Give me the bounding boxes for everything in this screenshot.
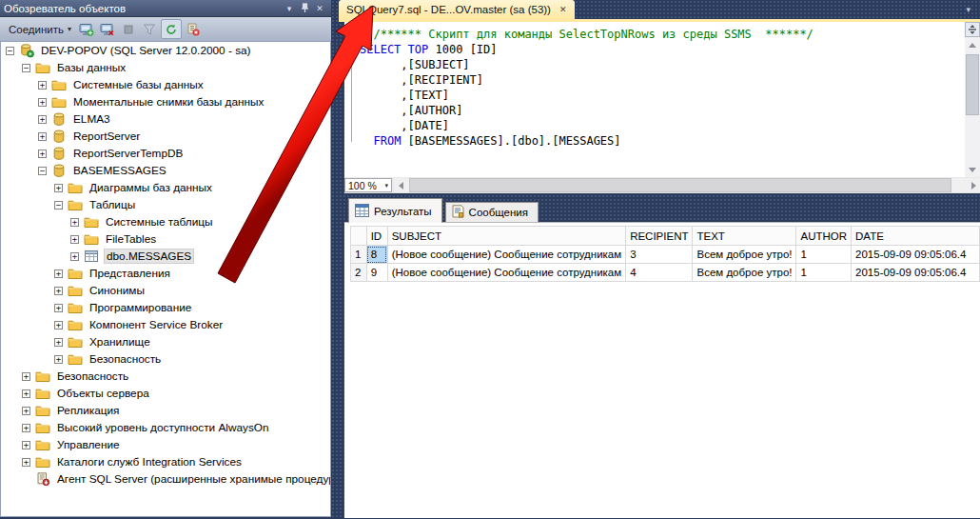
tree-expander-icon[interactable]: + bbox=[38, 98, 47, 107]
grid-cell[interactable]: 1 bbox=[796, 246, 852, 264]
tree-expander-icon[interactable]: + bbox=[70, 252, 79, 261]
tree-item[interactable]: +ELMA3 bbox=[1, 110, 330, 128]
grid-cell[interactable]: 8 bbox=[366, 246, 387, 264]
tree-item[interactable]: +Высокий уровень доступности AlwaysOn bbox=[1, 419, 330, 436]
tree-expander-icon[interactable]: + bbox=[54, 338, 63, 347]
tree-expander-icon[interactable]: + bbox=[38, 150, 47, 158]
scroll-down-icon[interactable] bbox=[965, 164, 980, 175]
tree-item[interactable]: +FileTables bbox=[1, 230, 330, 248]
pin-icon[interactable] bbox=[297, 2, 312, 15]
tree-expander-icon[interactable]: + bbox=[54, 269, 63, 278]
tree-item[interactable]: +dbo.MESSAGES bbox=[1, 248, 330, 265]
results-tab-results[interactable]: Результаты bbox=[348, 198, 442, 223]
grid-column-header[interactable]: TEXT bbox=[693, 227, 796, 246]
tree-item[interactable]: −Базы данных bbox=[1, 59, 330, 76]
tree-item[interactable]: +Компонент Service Broker bbox=[1, 316, 330, 333]
tree-item[interactable]: +Представления bbox=[1, 265, 330, 282]
editor-horizontal-scrollbar[interactable] bbox=[394, 178, 980, 192]
code-collapse-icon[interactable]: − bbox=[347, 46, 356, 54]
grid-cell[interactable]: (Новое сообщение) Сообщение сотрудникам bbox=[387, 264, 625, 282]
folder-icon bbox=[68, 351, 83, 367]
tree-item[interactable]: +Хранилище bbox=[1, 333, 330, 350]
grid-column-header[interactable] bbox=[351, 227, 367, 246]
tree-expander-icon[interactable]: + bbox=[54, 355, 63, 364]
grid-cell[interactable]: 2015-09-09 09:05:06.4 bbox=[852, 246, 980, 264]
tree-expander-icon[interactable]: + bbox=[22, 372, 30, 381]
tree-item[interactable]: +Системные таблицы bbox=[1, 213, 330, 230]
object-explorer-tree: −DEV-POPOV (SQL Server 12.0.2000 - sa)−Б… bbox=[0, 41, 331, 517]
grid-cell[interactable]: 4 bbox=[626, 264, 693, 282]
tab-overflow-icon[interactable]: ▾ bbox=[966, 5, 970, 14]
tree-item[interactable]: +Объекты сервера bbox=[1, 385, 330, 402]
grid-row-header[interactable]: 2 bbox=[351, 264, 367, 282]
tree-item[interactable]: −Таблицы bbox=[1, 196, 330, 213]
tree-expander-icon[interactable]: + bbox=[70, 235, 79, 244]
grid-cell[interactable]: 9 bbox=[366, 264, 387, 282]
results-grid[interactable]: IDSUBJECTRECIPIENTTEXTAUTHORDATE18(Новое… bbox=[350, 226, 980, 282]
grid-row-header[interactable]: 1 bbox=[351, 246, 367, 264]
tree-item[interactable]: +Безопасность bbox=[1, 368, 330, 385]
tree-item[interactable]: +ReportServerTempDB bbox=[1, 145, 330, 162]
tree-item[interactable]: +Синонимы bbox=[1, 282, 330, 299]
tree-expander-icon[interactable]: + bbox=[38, 115, 47, 124]
editor-splitter-handle[interactable] bbox=[965, 22, 980, 37]
grid-cell[interactable]: (Новое сообщение) Сообщение сотрудникам bbox=[387, 246, 625, 264]
editor-vertical-scrollbar[interactable] bbox=[965, 22, 980, 177]
scroll-up-icon[interactable] bbox=[965, 39, 980, 50]
tree-item[interactable]: +Управление bbox=[1, 436, 330, 453]
grid-cell[interactable]: Всем доброе утро! bbox=[693, 246, 796, 264]
tree-expander-icon[interactable]: + bbox=[22, 389, 30, 398]
close-icon[interactable]: ✕ bbox=[312, 2, 327, 15]
grid-column-header[interactable]: RECIPIENT bbox=[626, 227, 693, 246]
tree-item[interactable]: +Моментальные снимки базы данных bbox=[1, 93, 330, 110]
grid-cell[interactable]: Всем доброе утро! bbox=[693, 264, 796, 282]
tree-item[interactable]: +Системные базы данных bbox=[1, 76, 330, 93]
tree-expander-icon[interactable]: + bbox=[38, 132, 47, 141]
editor-vscroll-thumb[interactable] bbox=[966, 54, 979, 115]
tree-item[interactable]: +Репликация bbox=[1, 402, 330, 419]
tree-expander-icon[interactable]: + bbox=[54, 184, 63, 192]
sql-editor[interactable]: − /****** Скрипт для команды SelectTopNR… bbox=[344, 22, 965, 177]
editor-hscroll-thumb[interactable] bbox=[409, 178, 951, 192]
tree-item[interactable]: +Программирование bbox=[1, 299, 330, 316]
tree-item[interactable]: +Каталоги служб Integration Services bbox=[1, 453, 330, 470]
tree-expander-icon[interactable]: − bbox=[54, 201, 63, 210]
tree-item[interactable]: −BASEMESSAGES bbox=[1, 162, 330, 179]
tree-item[interactable]: −DEV-POPOV (SQL Server 12.0.2000 - sa) bbox=[1, 42, 330, 59]
tab-sqlquery7[interactable]: SQLQuery7.sql - DE...OV.master (sa (53))… bbox=[339, 0, 575, 19]
tree-expander-icon[interactable]: + bbox=[22, 407, 30, 415]
grid-cell[interactable]: 3 bbox=[626, 246, 693, 264]
tree-expander-icon[interactable]: + bbox=[54, 304, 63, 312]
refresh-icon[interactable] bbox=[161, 19, 182, 39]
tree-expander-icon[interactable]: − bbox=[6, 47, 14, 55]
grid-column-header[interactable]: DATE bbox=[852, 227, 980, 246]
editor-zoom-select[interactable]: 100 % ▾ bbox=[344, 178, 392, 192]
tab-close-icon[interactable]: ✕ bbox=[559, 5, 567, 14]
scroll-left-icon[interactable] bbox=[394, 178, 407, 192]
grid-column-header[interactable]: SUBJECT bbox=[387, 227, 625, 246]
grid-column-header[interactable]: AUTHOR bbox=[796, 227, 852, 246]
tree-expander-icon[interactable]: + bbox=[70, 218, 79, 227]
tree-expander-icon[interactable]: + bbox=[54, 287, 63, 295]
script-error-icon[interactable] bbox=[184, 20, 203, 38]
scroll-right-icon[interactable] bbox=[967, 178, 980, 192]
connect-server-icon[interactable] bbox=[77, 20, 96, 38]
tree-expander-icon[interactable]: + bbox=[22, 458, 30, 467]
tree-expander-icon[interactable]: + bbox=[38, 81, 47, 90]
tree-item[interactable]: +Диаграммы баз данных bbox=[1, 179, 330, 196]
results-tab-messages[interactable]: Сообщения bbox=[445, 202, 539, 223]
tree-expander-icon[interactable]: − bbox=[38, 167, 47, 175]
tree-expander-icon[interactable]: + bbox=[22, 424, 30, 432]
tree-item[interactable]: +ReportServer bbox=[1, 128, 330, 145]
disconnect-server-icon[interactable] bbox=[98, 20, 117, 38]
tree-expander-icon[interactable]: − bbox=[22, 64, 30, 72]
grid-cell[interactable]: 1 bbox=[796, 264, 852, 282]
tree-item[interactable]: +Безопасность bbox=[1, 350, 330, 368]
tree-item[interactable]: Агент SQL Server (расширенные хранимые п… bbox=[1, 470, 330, 488]
tree-expander-icon[interactable]: + bbox=[54, 321, 63, 329]
connect-menu-button[interactable]: Соединить ▾ bbox=[5, 22, 75, 37]
grid-column-header[interactable]: ID bbox=[366, 227, 387, 246]
window-position-icon[interactable]: ▾ bbox=[282, 2, 297, 15]
grid-cell[interactable]: 2015-09-09 09:05:06.4 bbox=[852, 264, 980, 282]
tree-expander-icon[interactable]: + bbox=[22, 441, 30, 449]
